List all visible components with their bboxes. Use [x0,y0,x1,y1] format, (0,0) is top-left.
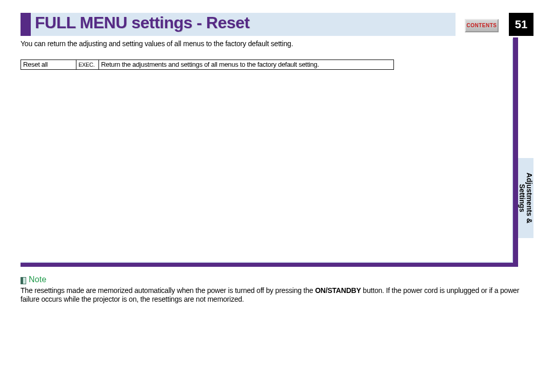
reset-options-table: Reset all EXEC. Return the adjustments a… [21,60,394,70]
content-frame-right-inner [512,39,513,264]
manual-page: FULL MENU settings - Reset CONTENTS 51 Y… [0,0,554,392]
section-tab[interactable]: Adjustments & Settings [518,158,533,238]
note-body: The resettings made are memorized automa… [21,286,533,304]
note-label: Note [29,275,47,284]
header-accent-strip [21,13,31,36]
note-body-before: The resettings made are memorized automa… [21,286,315,295]
intro-text: You can return the adjusting and setting… [21,40,293,48]
page-number: 51 [509,13,533,36]
option-name-cell: Reset all [21,60,76,70]
page-title: FULL MENU settings - Reset [35,13,249,32]
section-tab-line2: Settings [518,184,526,212]
note-body-bold: ON/STANDBY [315,286,361,295]
content-frame-bottom [21,263,518,267]
contents-button[interactable]: CONTENTS [465,19,499,32]
section-tab-label: Adjustments & Settings [519,173,533,224]
content-frame-right [513,37,518,267]
option-action-cell: EXEC. [76,60,99,70]
table-row: Reset all EXEC. Return the adjustments a… [21,60,394,70]
section-tab-line1: Adjustments & [525,173,533,224]
option-desc-cell: Return the adjustments and settings of a… [99,60,394,70]
note-icon [21,277,26,284]
